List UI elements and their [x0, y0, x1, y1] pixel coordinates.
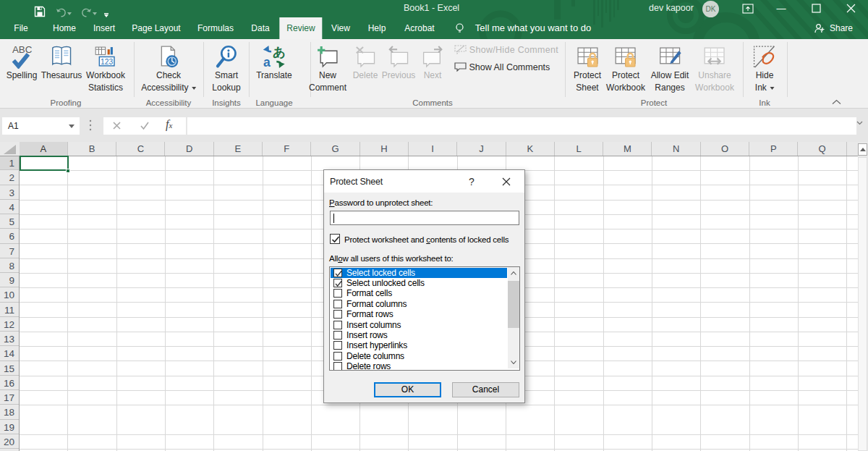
- svg-text:a: a: [263, 55, 271, 69]
- svg-text:123: 123: [101, 58, 113, 66]
- svg-text:あ: あ: [273, 45, 286, 59]
- svg-text:ABC: ABC: [12, 45, 33, 55]
